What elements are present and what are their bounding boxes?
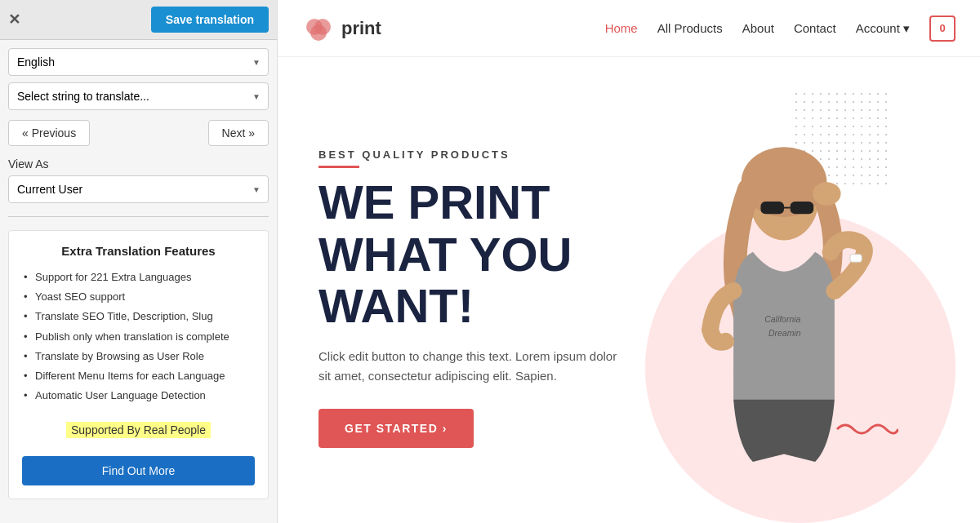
nav-item-products[interactable]: All Products — [657, 21, 723, 36]
save-translation-button[interactable]: Save translation — [151, 7, 269, 33]
view-as-select[interactable]: Current User Guest Admin — [8, 175, 269, 203]
svg-rect-6 — [791, 201, 814, 213]
cart-item[interactable]: 0 — [929, 16, 956, 42]
hero-subtitle: BEST QUALITY PRODUCTS — [318, 148, 629, 168]
svg-point-10 — [813, 182, 840, 206]
list-item: Yoast SEO support — [22, 287, 255, 307]
hero-title: WE PRINT WHAT YOU WANT! — [318, 176, 629, 332]
list-item: Automatic User Language Detection — [22, 386, 255, 406]
divider — [8, 216, 269, 217]
website-panel: print Home All Products About Contact Ac… — [278, 0, 980, 523]
string-select-wrapper: Select string to translate... — [8, 82, 269, 110]
squiggle-decoration — [833, 417, 898, 441]
language-select-wrapper: English Spanish French German — [8, 48, 269, 76]
get-started-button[interactable]: GET STARTED › — [318, 409, 474, 448]
list-item: Translate SEO Title, Description, Slug — [22, 307, 255, 326]
nav-item-contact[interactable]: Contact — [794, 21, 836, 36]
nav-item-home[interactable]: Home — [605, 21, 638, 36]
site-hero: BEST QUALITY PRODUCTS WE PRINT WHAT YOU … — [278, 57, 980, 523]
cart-badge[interactable]: 0 — [929, 16, 956, 42]
hero-content: BEST QUALITY PRODUCTS WE PRINT WHAT YOU … — [318, 90, 629, 507]
logo-text: print — [341, 18, 381, 39]
hero-title-line3: WANT! — [318, 279, 474, 332]
view-as-section: View As Current User Guest Admin — [8, 157, 269, 203]
string-select[interactable]: Select string to translate... — [8, 82, 269, 110]
nav-buttons: « Previous Next » — [8, 120, 269, 146]
svg-rect-5 — [760, 201, 784, 213]
list-item: Publish only when translation is complet… — [22, 327, 255, 347]
hero-description: Click edit button to change this text. L… — [318, 347, 629, 386]
list-item: Different Menu Items for each Language — [22, 366, 255, 386]
nav-item-account[interactable]: Account ▾ — [856, 21, 910, 36]
nav-item-about[interactable]: About — [742, 21, 774, 36]
nav-link-home[interactable]: Home — [605, 21, 638, 35]
features-list: Support for 221 Extra Languages Yoast SE… — [22, 268, 255, 406]
nav-link-about[interactable]: About — [742, 21, 774, 35]
nav-links: Home All Products About Contact Account … — [605, 16, 956, 42]
next-button[interactable]: Next » — [208, 120, 269, 146]
hero-image-area: California Dreamin — [629, 90, 939, 507]
supported-real-people-label: Supported By Real People — [66, 422, 211, 438]
nav-link-products[interactable]: All Products — [657, 21, 723, 35]
language-select[interactable]: English Spanish French German — [8, 48, 269, 76]
translation-panel: ✕ Save translation English Spanish Frenc… — [0, 0, 278, 523]
site-nav: print Home All Products About Contact Ac… — [278, 0, 980, 57]
panel-body: English Spanish French German Select str… — [0, 40, 277, 514]
list-item: Translate by Browsing as User Role — [22, 347, 255, 366]
features-title: Extra Translation Features — [22, 244, 255, 258]
list-item: Support for 221 Extra Languages — [22, 268, 255, 287]
view-as-label: View As — [8, 157, 269, 171]
logo-icon — [302, 12, 335, 45]
hero-title-line2: WHAT YOU — [318, 228, 572, 281]
nav-link-account[interactable]: Account ▾ — [856, 21, 910, 36]
previous-button[interactable]: « Previous — [8, 120, 90, 146]
view-as-select-wrapper: Current User Guest Admin — [8, 175, 269, 203]
hero-person-image: California Dreamin — [670, 135, 898, 462]
features-box: Extra Translation Features Support for 2… — [8, 230, 269, 499]
svg-point-2 — [310, 24, 327, 41]
site-logo: print — [302, 12, 381, 45]
svg-text:California: California — [764, 314, 800, 323]
svg-text:Dreamin: Dreamin — [768, 328, 801, 337]
svg-rect-11 — [850, 254, 862, 262]
close-button[interactable]: ✕ — [8, 11, 20, 29]
panel-top-bar: ✕ Save translation — [0, 0, 277, 40]
nav-link-contact[interactable]: Contact — [794, 21, 836, 35]
find-out-more-button[interactable]: Find Out More — [22, 456, 255, 485]
hero-title-line1: WE PRINT — [318, 175, 550, 228]
